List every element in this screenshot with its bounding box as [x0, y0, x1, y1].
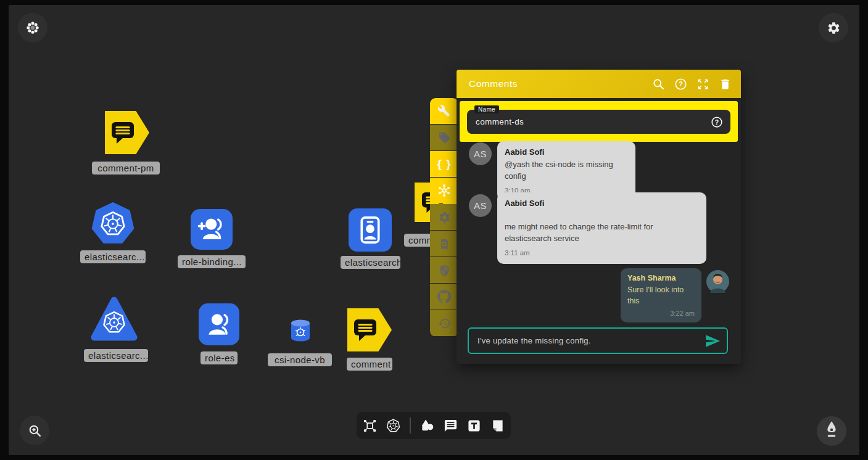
- badge-icon: [350, 210, 390, 250]
- message-time: 3:22 am: [627, 310, 695, 317]
- dock-item-tag[interactable]: [430, 125, 458, 150]
- dock-item-doc-search[interactable]: [430, 231, 458, 257]
- node-label: csi-node-vb: [268, 353, 332, 366]
- service-account-shape: [349, 208, 392, 252]
- expand-icon[interactable]: [696, 78, 709, 91]
- name-field: Name: [467, 110, 730, 134]
- braces-icon: { }: [437, 157, 451, 171]
- name-field-label: Name: [474, 105, 499, 113]
- node-label: elasticsearc...: [84, 349, 148, 362]
- comments-panel: Comments Name AS Aabid Sofi @yash the cs…: [457, 70, 741, 364]
- comment-shape: [105, 111, 149, 154]
- dock-divider: [410, 417, 411, 433]
- chat-message: Aabid Sofi @yash the csi-node is missing…: [497, 141, 635, 200]
- search-icon[interactable]: [652, 78, 665, 91]
- chat-message: Yash Sharma Sure I'll look into this 3:2…: [621, 268, 701, 322]
- name-input[interactable]: [467, 117, 711, 126]
- panel-title: Comments: [469, 78, 643, 89]
- text-tool-icon[interactable]: [467, 419, 481, 433]
- message-time: 3:11 am: [505, 249, 699, 257]
- node-elasticsearch-heptagon[interactable]: elasticsearc...: [91, 202, 134, 245]
- node-action-dock: { }: [430, 98, 458, 337]
- message-text: @yash the csi-node is missing config: [505, 159, 628, 183]
- flower-icon: [25, 20, 40, 35]
- tag-icon: [438, 131, 451, 144]
- gear-icon: [438, 211, 451, 224]
- storage-cylinder-icon: [290, 319, 311, 342]
- zoom-button[interactable]: [20, 416, 49, 445]
- dock-item-hub[interactable]: [430, 178, 458, 203]
- dock-item-github[interactable]: [430, 284, 458, 310]
- dock-item-wrench[interactable]: [430, 98, 458, 124]
- node-label: elasticsearch: [341, 256, 400, 269]
- node-label: comment-pm: [92, 162, 160, 175]
- node-label: elasticsearc...: [80, 250, 146, 263]
- kubernetes-heptagon-shape: [91, 202, 134, 245]
- pen-tool-button[interactable]: [817, 416, 846, 446]
- name-field-block: Name: [460, 101, 738, 142]
- settings-gear-icon: [827, 21, 841, 35]
- message-author: Aabid Sofi: [505, 199, 699, 208]
- avatar: AS: [469, 194, 492, 217]
- role-shape: [199, 303, 239, 345]
- chat-bubble-icon: [353, 318, 378, 342]
- dock-item-gear[interactable]: [430, 204, 458, 230]
- settings-button[interactable]: [819, 13, 848, 43]
- comments-panel-header[interactable]: Comments: [457, 70, 741, 98]
- message-author: Yash Sharma: [627, 274, 695, 282]
- zoom-in-icon: [27, 423, 43, 438]
- add-user-icon: [196, 214, 228, 245]
- comment-composer: [468, 327, 728, 354]
- cluster-flower-button[interactable]: [18, 13, 48, 43]
- dock-item-history[interactable]: [430, 310, 458, 336]
- avatar: AS: [469, 142, 492, 165]
- user-photo-avatar: [706, 270, 729, 293]
- user-icon: [204, 308, 234, 340]
- shield-icon: [438, 264, 451, 277]
- node-csi-node-vb[interactable]: csi-node-vb: [290, 319, 311, 342]
- node-label: role-es: [200, 351, 238, 364]
- chat-message: Aabid Sofi me might need to change the r…: [497, 192, 706, 264]
- doc-search-icon: [438, 237, 451, 250]
- shape-tools-dock: [357, 412, 511, 439]
- github-icon: [437, 290, 451, 303]
- message-text: me might need to change the rate-limit f…: [505, 221, 699, 245]
- message-text: Sure I'll look into this: [627, 284, 695, 306]
- shapes-icon[interactable]: [420, 419, 434, 433]
- help-icon[interactable]: [674, 78, 687, 91]
- comment-shape: [347, 308, 392, 351]
- kubernetes-triangle-shape: [90, 295, 138, 343]
- node-elasticsearch-triangle[interactable]: elasticsearc...: [90, 295, 138, 343]
- hub-icon: [437, 183, 452, 198]
- node-label: role-binding...: [178, 255, 246, 268]
- role-binding-shape: [191, 209, 233, 250]
- note-tool-icon[interactable]: [490, 419, 505, 433]
- comment-tool-icon[interactable]: [444, 419, 458, 433]
- node-label: comment: [347, 358, 392, 371]
- kubernetes-icon[interactable]: [386, 419, 400, 433]
- dock-item-shield[interactable]: [430, 257, 458, 283]
- wrench-icon: [437, 104, 452, 118]
- infrastructure-icon[interactable]: [363, 419, 377, 433]
- dock-item-braces[interactable]: { }: [430, 151, 458, 177]
- send-icon[interactable]: [705, 333, 721, 349]
- chat-bubble-icon: [110, 121, 135, 144]
- field-help-icon[interactable]: [711, 116, 723, 128]
- delete-icon[interactable]: [719, 78, 732, 91]
- comment-input[interactable]: [469, 336, 705, 345]
- message-author: Aabid Sofi: [505, 147, 628, 157]
- history-icon: [438, 317, 451, 330]
- pen-nib-icon: [819, 419, 844, 443]
